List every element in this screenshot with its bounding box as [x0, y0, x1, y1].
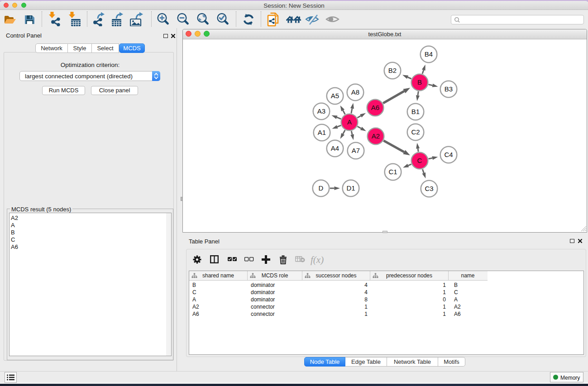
svg-text:B1: B1: [411, 108, 420, 115]
svg-text:D1: D1: [346, 184, 355, 192]
svg-text:C1: C1: [388, 168, 397, 176]
svg-text:A4: A4: [331, 144, 339, 152]
svg-text:D: D: [319, 184, 324, 192]
svg-text:B: B: [417, 78, 422, 86]
svg-text:A1: A1: [318, 129, 326, 136]
svg-text:A2: A2: [372, 132, 380, 140]
svg-text:A6: A6: [371, 104, 379, 111]
svg-text:B3: B3: [445, 85, 453, 93]
svg-text:C: C: [417, 157, 422, 164]
svg-text:B2: B2: [388, 67, 397, 74]
svg-text:A3: A3: [317, 107, 325, 115]
svg-text:C4: C4: [444, 151, 453, 158]
svg-text:A7: A7: [352, 147, 360, 154]
svg-text:B4: B4: [425, 50, 433, 58]
svg-text:A: A: [347, 118, 352, 126]
svg-text:C3: C3: [425, 185, 433, 192]
svg-text:C2: C2: [411, 128, 420, 136]
svg-text:A5: A5: [331, 92, 339, 100]
svg-text:A8: A8: [351, 88, 359, 96]
